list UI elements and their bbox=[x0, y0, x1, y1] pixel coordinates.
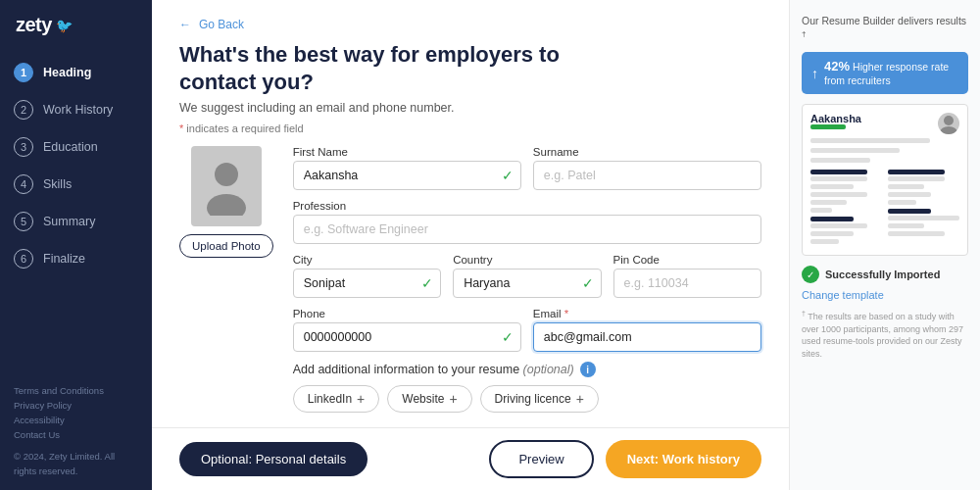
go-back-link[interactable]: ←Go Back bbox=[179, 18, 761, 31]
info-icon[interactable]: i bbox=[580, 362, 596, 377]
footnote-sup: † bbox=[802, 310, 806, 317]
resume-avatar bbox=[938, 113, 959, 134]
go-back-arrow-icon: ← bbox=[179, 18, 191, 31]
surname-input-wrap bbox=[533, 161, 761, 190]
sidebar-item-work-history[interactable]: 2 Work History bbox=[0, 91, 152, 128]
nav-num: 2 bbox=[14, 100, 33, 120]
panel-title-sup: † bbox=[802, 29, 806, 38]
first-name-input-wrap: ✓ bbox=[293, 161, 521, 190]
photo-placeholder bbox=[191, 146, 262, 226]
first-name-label: First Name bbox=[293, 146, 521, 158]
driving-licence-label: Driving licence bbox=[495, 392, 571, 406]
next-button[interactable]: Next: Work history bbox=[606, 440, 761, 478]
nav-label: Education bbox=[43, 140, 98, 154]
svg-point-0 bbox=[215, 163, 238, 186]
profession-label: Profession bbox=[293, 200, 761, 212]
required-note: * indicates a required field bbox=[179, 122, 761, 134]
optional-label: (optional) bbox=[523, 363, 574, 376]
photo-column: Upload Photo bbox=[179, 146, 273, 413]
preview-button[interactable]: Preview bbox=[489, 440, 593, 478]
resume-line-15 bbox=[888, 200, 916, 205]
driving-licence-chip[interactable]: Driving licence + bbox=[480, 385, 599, 413]
go-back-text: Go Back bbox=[199, 18, 244, 31]
profession-input-wrap bbox=[293, 215, 761, 244]
panel-footnote: † The results are based on a study with … bbox=[802, 309, 968, 360]
sidebar-item-education[interactable]: 3 Education bbox=[0, 128, 152, 166]
resume-line-2 bbox=[810, 148, 900, 153]
stat-arrow-icon: ↑ bbox=[811, 66, 818, 81]
email-input[interactable] bbox=[533, 322, 761, 352]
resume-line-1 bbox=[810, 138, 930, 143]
resume-line-10 bbox=[810, 231, 854, 236]
panel-title: Our Resume Builder delivers results † bbox=[802, 14, 968, 44]
nav-num: 1 bbox=[14, 63, 33, 82]
sidebar-item-heading[interactable]: 1 Heading bbox=[0, 54, 152, 91]
country-input-wrap: ✓ bbox=[453, 269, 601, 298]
contact-link[interactable]: Contact Us bbox=[14, 427, 138, 442]
resume-line-16 bbox=[888, 216, 959, 220]
logo-bird-icon: 🐦 bbox=[56, 18, 73, 33]
stat-box: ↑ 42% Higher response rate from recruite… bbox=[802, 52, 968, 94]
add-info-label: Add additional information to your resum… bbox=[293, 363, 574, 376]
linkedin-plus-icon: + bbox=[357, 391, 365, 407]
city-label: City bbox=[293, 254, 441, 266]
sidebar-item-finalize[interactable]: 6 Finalize bbox=[0, 240, 152, 277]
website-chip[interactable]: Website + bbox=[387, 385, 471, 413]
nav-num: 5 bbox=[14, 212, 33, 231]
main-content: ←Go Back What's the best way for employe… bbox=[152, 0, 789, 490]
nav-label: Skills bbox=[43, 177, 72, 191]
accessibility-link[interactable]: Accessibility bbox=[14, 413, 138, 427]
profession-row: Profession bbox=[293, 200, 761, 244]
driving-licence-plus-icon: + bbox=[576, 391, 584, 407]
surname-input[interactable] bbox=[533, 161, 761, 190]
resume-line-3 bbox=[810, 158, 870, 163]
country-input[interactable] bbox=[453, 269, 601, 298]
nav-label: Heading bbox=[43, 66, 91, 79]
resume-line-9 bbox=[810, 223, 867, 228]
sidebar-item-skills[interactable]: 4 Skills bbox=[0, 166, 152, 203]
first-name-group: First Name ✓ bbox=[293, 146, 521, 190]
resume-green-line bbox=[810, 124, 846, 129]
resume-preview-name: Aakansha bbox=[810, 113, 861, 124]
phone-input[interactable] bbox=[293, 322, 521, 352]
profession-input[interactable] bbox=[293, 215, 761, 244]
first-name-check-icon: ✓ bbox=[502, 168, 514, 183]
nav-num: 4 bbox=[14, 174, 33, 194]
country-check-icon: ✓ bbox=[582, 275, 594, 291]
resume-line-11 bbox=[810, 239, 839, 244]
resume-left-header: Aakansha bbox=[810, 113, 861, 132]
nav-label: Work History bbox=[43, 103, 113, 117]
resume-line-7 bbox=[810, 200, 847, 205]
required-star: * bbox=[179, 122, 183, 134]
phone-input-wrap: ✓ bbox=[293, 322, 521, 352]
person-silhouette-icon bbox=[202, 157, 251, 216]
terms-link[interactable]: Terms and Conditions bbox=[14, 383, 138, 398]
resume-dark-line-1 bbox=[810, 170, 867, 174]
page-subtitle: We suggest including an email and phone … bbox=[179, 101, 761, 115]
phone-label: Phone bbox=[293, 308, 521, 319]
city-group: City ✓ bbox=[293, 254, 441, 298]
stat-content: 42% Higher response rate from recruiters bbox=[824, 59, 958, 87]
resume-line-13 bbox=[888, 184, 924, 189]
resume-left-col bbox=[810, 170, 882, 247]
stat-percent: 42% bbox=[824, 59, 850, 74]
city-input[interactable] bbox=[293, 269, 441, 298]
nav-num: 6 bbox=[14, 249, 33, 269]
pin-code-input[interactable] bbox=[613, 269, 761, 298]
logo-text: zety bbox=[16, 14, 52, 36]
first-name-input[interactable] bbox=[293, 161, 521, 190]
copyright: © 2024, Zety Limited. All rights reserve… bbox=[14, 449, 138, 478]
profession-group: Profession bbox=[293, 200, 761, 244]
optional-personal-details-button[interactable]: Optional: Personal details bbox=[179, 442, 368, 476]
success-text: Successfully Imported bbox=[825, 269, 940, 280]
linkedin-chip[interactable]: LinkedIn + bbox=[293, 385, 380, 413]
privacy-link[interactable]: Privacy Policy bbox=[14, 398, 138, 413]
sidebar-item-summary[interactable]: 5 Summary bbox=[0, 203, 152, 240]
resume-right-col bbox=[888, 170, 959, 247]
footer-actions: Preview Next: Work history bbox=[489, 440, 761, 478]
upload-photo-button[interactable]: Upload Photo bbox=[179, 234, 273, 258]
resume-preview-card: Aakansha bbox=[802, 104, 968, 256]
change-template-link[interactable]: Change template bbox=[802, 289, 968, 301]
email-group: Email * bbox=[533, 308, 761, 352]
linkedin-label: LinkedIn bbox=[308, 392, 352, 406]
